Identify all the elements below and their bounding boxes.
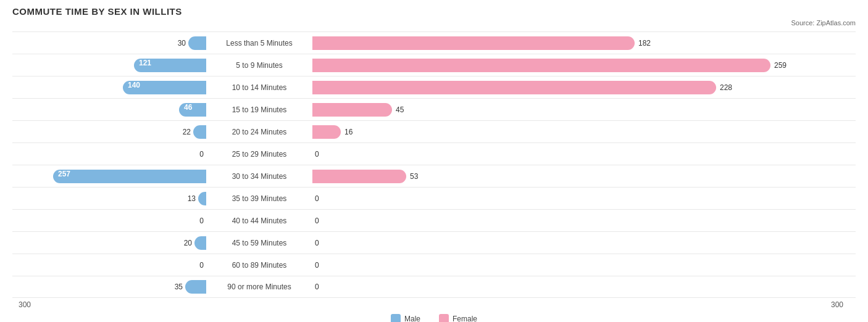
female-value-label: 0 <box>315 261 319 270</box>
legend-female-box <box>439 314 449 322</box>
male-value-label: 20 <box>184 239 192 247</box>
axis-row: 300 300 <box>12 300 856 309</box>
male-value-label: 257 <box>58 170 70 178</box>
female-value-label: 0 <box>315 194 319 203</box>
female-value-label: 0 <box>315 283 319 291</box>
chart-row: 1335 to 39 Minutes0 <box>12 187 856 209</box>
male-bar <box>188 36 206 50</box>
female-bar <box>312 103 392 117</box>
male-bar <box>193 125 206 139</box>
chart-row: 2220 to 24 Minutes16 <box>12 120 856 142</box>
row-category-label: 45 to 59 Minutes <box>210 239 309 247</box>
legend-female: Female <box>439 314 477 322</box>
male-value-label: 13 <box>188 194 196 203</box>
chart-area: 30Less than 5 Minutes1821215 to 9 Minute… <box>12 31 856 298</box>
row-category-label: 5 to 9 Minutes <box>210 61 309 70</box>
chart-row: 14010 to 14 Minutes228 <box>12 76 856 98</box>
male-value-label: 121 <box>139 59 151 67</box>
male-bar <box>198 192 206 205</box>
row-category-label: 15 to 19 Minutes <box>210 105 309 114</box>
male-value-label: 30 <box>178 39 186 47</box>
legend: Male Female <box>12 314 856 322</box>
female-bar <box>312 36 635 50</box>
male-value-label: 140 <box>128 81 140 89</box>
chart-row: 25730 to 34 Minutes53 <box>12 165 856 187</box>
male-bar: 257 <box>53 170 206 183</box>
legend-male-label: Male <box>404 315 420 322</box>
chart-row: 2045 to 59 Minutes0 <box>12 231 856 254</box>
male-value-label: 46 <box>184 103 192 112</box>
chart-title: COMMUTE TIME BY SEX IN WILLITS <box>12 6 856 17</box>
male-value-label: 0 <box>199 261 204 270</box>
male-bar <box>194 236 206 250</box>
chart-row: 30Less than 5 Minutes182 <box>12 31 856 54</box>
row-category-label: 90 or more Minutes <box>210 283 309 291</box>
chart-row: 040 to 44 Minutes0 <box>12 209 856 231</box>
male-value-label: 0 <box>199 217 204 225</box>
source-label: Source: ZipAtlas.com <box>12 19 856 27</box>
female-bar <box>312 59 770 72</box>
female-bar <box>312 170 406 183</box>
row-category-label: 60 to 89 Minutes <box>210 261 309 270</box>
male-value-label: 0 <box>199 150 204 159</box>
chart-row: 060 to 89 Minutes0 <box>12 254 856 276</box>
legend-female-label: Female <box>453 315 477 322</box>
male-bar: 121 <box>134 59 206 72</box>
row-category-label: 30 to 34 Minutes <box>210 172 309 181</box>
female-value-label: 182 <box>638 39 651 47</box>
female-value-label: 0 <box>315 150 319 159</box>
female-value-label: 0 <box>315 239 319 247</box>
axis-right-label: 300 <box>309 300 856 309</box>
female-value-label: 259 <box>774 61 787 70</box>
chart-row: 3590 or more Minutes0 <box>12 276 856 298</box>
legend-male: Male <box>391 314 420 322</box>
legend-male-box <box>391 314 401 322</box>
male-bar: 46 <box>179 103 206 117</box>
axis-left-label: 300 <box>12 300 210 309</box>
row-category-label: 40 to 44 Minutes <box>210 217 309 225</box>
female-value-label: 53 <box>410 172 418 181</box>
row-category-label: 25 to 29 Minutes <box>210 150 309 159</box>
male-bar: 140 <box>123 81 206 94</box>
female-bar <box>312 81 716 94</box>
chart-row: 4615 to 19 Minutes45 <box>12 98 856 120</box>
female-value-label: 0 <box>315 217 319 225</box>
row-category-label: Less than 5 Minutes <box>210 39 309 47</box>
chart-row: 1215 to 9 Minutes259 <box>12 54 856 76</box>
female-value-label: 228 <box>720 83 732 92</box>
female-value-label: 16 <box>344 128 353 136</box>
female-value-label: 45 <box>396 105 404 114</box>
row-category-label: 20 to 24 Minutes <box>210 128 309 136</box>
row-category-label: 10 to 14 Minutes <box>210 83 309 92</box>
female-bar <box>312 125 341 139</box>
male-value-label: 35 <box>175 283 183 291</box>
male-value-label: 22 <box>183 128 191 136</box>
chart-row: 025 to 29 Minutes0 <box>12 142 856 165</box>
male-bar <box>185 280 206 294</box>
row-category-label: 35 to 39 Minutes <box>210 194 309 203</box>
